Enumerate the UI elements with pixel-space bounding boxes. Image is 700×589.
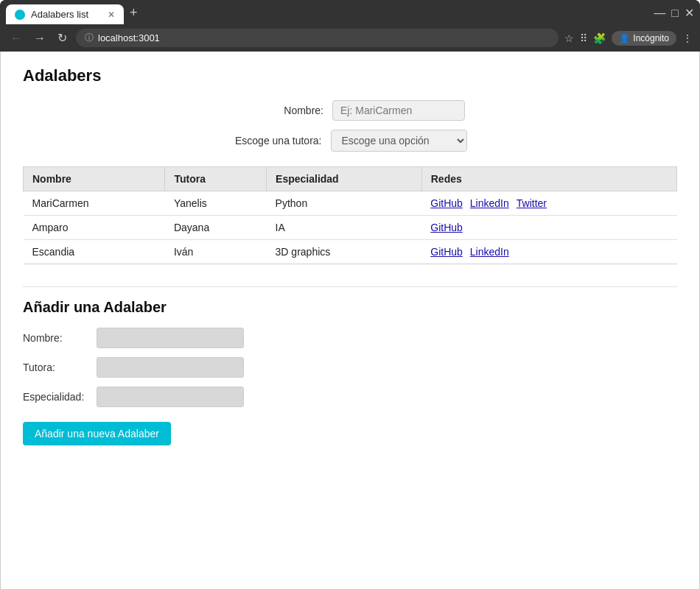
table-header-row: Nombre Tutora Especialidad Redes [24,167,677,191]
toolbar-right: ☆ ⠿ 🧩 👤 Incógnito ⋮ [564,31,693,46]
reload-button[interactable]: ↻ [55,29,70,46]
cell-redes: GitHubLinkedIn [421,240,676,264]
cell-tutora: Iván [165,240,267,264]
cell-especialidad: IA [267,216,422,240]
add-adalaber-form: Nombre: Tutora: Especialidad: Añadir una… [23,328,677,445]
form-nombre-label: Nombre: [23,332,89,344]
nombre-filter-label: Nombre: [235,105,323,116]
cell-tutora: Yanelis [165,191,267,216]
cell-redes: GitHub [421,216,676,240]
new-tab-button[interactable]: + [127,5,144,24]
table-row: EscandiaIván3D graphicsGitHubLinkedIn [24,240,677,264]
incognito-avatar: 👤 [619,33,630,43]
tab-title: Adalabers list [31,9,88,20]
nombre-filter-row: Nombre: [235,100,465,121]
address-bar: ← → ↻ ⓘ localhost:3001 ☆ ⠿ 🧩 👤 Incógnito… [0,24,700,52]
page-content: Adalabers Nombre: Escoge una tutora: Esc… [0,52,700,589]
lock-icon: ⓘ [85,32,94,44]
cell-nombre: MariCarmen [24,191,165,216]
form-nombre-row: Nombre: [23,328,677,348]
extension-dots-icon[interactable]: ⠿ [580,32,587,44]
form-especialidad-row: Especialidad: [23,387,677,407]
col-tutora: Tutora [165,167,267,191]
tutora-filter-label: Escoge una tutora: [234,135,322,147]
submit-button[interactable]: Añadir una nueva Adalaber [23,422,171,445]
table-row: MariCarmenYanelisPythonGitHubLinkedInTwi… [24,191,677,216]
minimize-button[interactable]: — [654,7,665,20]
incognito-label: Incógnito [633,33,669,43]
filter-section: Nombre: Escoge una tutora: Escoge una op… [23,100,677,152]
network-link-twitter[interactable]: Twitter [517,197,547,209]
form-especialidad-label: Especialidad: [23,391,89,403]
form-especialidad-input[interactable] [97,387,244,407]
network-link-linkedin[interactable]: LinkedIn [470,197,509,209]
col-especialidad: Especialidad [267,167,422,191]
nombre-filter-input[interactable] [332,100,465,121]
bookmark-icon[interactable]: ☆ [564,32,574,44]
col-nombre: Nombre [24,167,165,191]
form-nombre-input[interactable] [97,328,244,348]
tab-close-button[interactable]: ✕ [108,10,115,20]
url-text: localhost:3001 [98,32,160,43]
url-bar[interactable]: ⓘ localhost:3001 [76,29,559,47]
tab-favicon [15,10,25,20]
back-button[interactable]: ← [7,30,25,46]
cell-nombre: Amparo [24,216,165,240]
network-link-github[interactable]: GitHub [430,222,463,233]
cell-redes: GitHubLinkedInTwitter [421,191,676,216]
tutora-filter-row: Escoge una tutora: Escoge una opción Yan… [234,130,467,152]
form-tutora-row: Tutora: [23,357,677,378]
add-section-title: Añadir una Adalaber [23,299,677,316]
tab-bar: Adalabers list ✕ + — □ ✕ [0,0,700,24]
form-tutora-label: Tutora: [23,361,89,373]
maximize-button[interactable]: □ [671,7,679,20]
cell-especialidad: 3D graphics [267,240,422,264]
cell-tutora: Dayana [165,216,267,240]
page-title: Adalabers [23,66,677,85]
incognito-button[interactable]: 👤 Incógnito [612,31,676,46]
cell-especialidad: Python [267,191,422,216]
window-controls: — □ ✕ [654,6,694,23]
network-link-github[interactable]: GitHub [430,246,463,258]
table-row: AmparoDayanaIAGitHub [24,216,677,240]
network-link-linkedin[interactable]: LinkedIn [470,246,509,258]
browser-window: Adalabers list ✕ + — □ ✕ ← → ↻ ⓘ localho… [0,0,700,52]
active-tab[interactable]: Adalabers list ✕ [6,4,124,24]
section-divider [23,286,677,287]
cell-nombre: Escandia [24,240,165,264]
col-redes: Redes [421,167,676,191]
form-tutora-input[interactable] [97,357,244,378]
adalabers-table: Nombre Tutora Especialidad Redes MariCar… [23,166,677,264]
tutora-filter-select[interactable]: Escoge una opción Yanelis Dayana Iván [331,130,467,152]
puzzle-icon[interactable]: 🧩 [593,32,606,44]
menu-icon[interactable]: ⋮ [682,32,693,44]
forward-button[interactable]: → [31,30,49,46]
network-link-github[interactable]: GitHub [430,197,463,209]
close-button[interactable]: ✕ [685,6,694,20]
